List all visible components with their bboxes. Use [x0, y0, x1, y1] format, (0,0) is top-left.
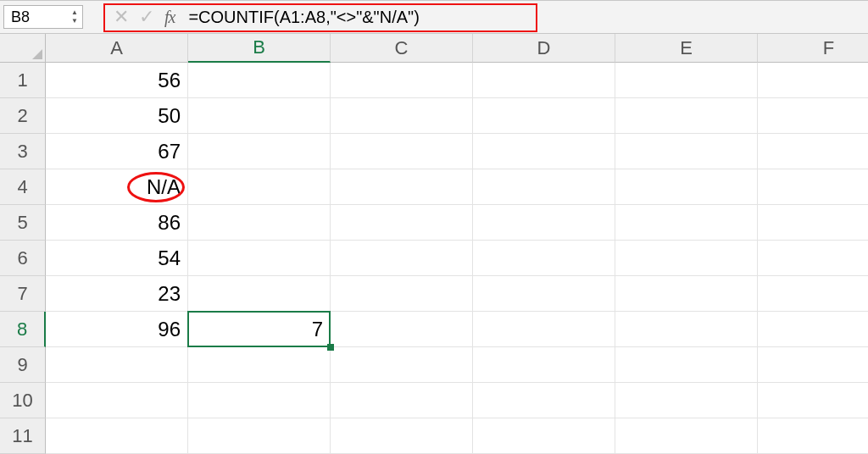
- cell-e6[interactable]: [615, 241, 758, 276]
- column-header-f[interactable]: F: [758, 34, 868, 63]
- cell-d10[interactable]: [473, 383, 615, 418]
- cell-b11[interactable]: [188, 418, 331, 454]
- cell-d11[interactable]: [473, 418, 615, 454]
- cell-e2[interactable]: [615, 98, 758, 134]
- cell-b3[interactable]: [188, 134, 331, 169]
- formula-bar-controls: ✕ ✓ fx: [114, 6, 175, 28]
- cell-d3[interactable]: [473, 134, 615, 169]
- column-header-b[interactable]: B: [188, 34, 331, 63]
- cell-f7[interactable]: [758, 276, 868, 312]
- check-icon[interactable]: ✓: [139, 6, 154, 28]
- cell-c2[interactable]: [331, 98, 473, 134]
- cell-e11[interactable]: [615, 418, 758, 454]
- cell-c6[interactable]: [331, 241, 473, 276]
- column-header-a[interactable]: A: [46, 34, 188, 63]
- cancel-icon[interactable]: ✕: [114, 6, 129, 28]
- cell-d8[interactable]: [473, 312, 615, 347]
- cell-e1[interactable]: [615, 63, 758, 98]
- cell-c10[interactable]: [331, 383, 473, 418]
- cell-f4[interactable]: [758, 169, 868, 205]
- cell-b5[interactable]: [188, 205, 331, 241]
- cell-c5[interactable]: [331, 205, 473, 241]
- cell-e5[interactable]: [615, 205, 758, 241]
- chevron-up-icon: ▲: [71, 9, 78, 16]
- cell-f3[interactable]: [758, 134, 868, 169]
- row-header-2[interactable]: 2: [0, 98, 46, 134]
- cell-a1[interactable]: 56: [46, 63, 188, 98]
- name-box-stepper[interactable]: ▲ ▼: [67, 6, 82, 28]
- cell-b2[interactable]: [188, 98, 331, 134]
- cell-f11[interactable]: [758, 418, 868, 454]
- cell-a7[interactable]: 23: [46, 276, 188, 312]
- cell-c9[interactable]: [331, 347, 473, 383]
- cell-e7[interactable]: [615, 276, 758, 312]
- formula-input[interactable]: [188, 8, 527, 27]
- fx-icon[interactable]: fx: [164, 8, 175, 27]
- row-header-4[interactable]: 4: [0, 169, 46, 205]
- cell-f9[interactable]: [758, 347, 868, 383]
- cell-a10[interactable]: [46, 383, 188, 418]
- cell-b6[interactable]: [188, 241, 331, 276]
- cell-f8[interactable]: [758, 312, 868, 347]
- table-row: 67: [46, 134, 868, 169]
- cell-a8[interactable]: 96: [46, 312, 188, 347]
- cell-b9[interactable]: [188, 347, 331, 383]
- row-header-8[interactable]: 8: [0, 312, 46, 347]
- row-header-3[interactable]: 3: [0, 134, 46, 169]
- cell-a4[interactable]: N/A: [46, 169, 188, 205]
- cell-f5[interactable]: [758, 205, 868, 241]
- cell-d9[interactable]: [473, 347, 615, 383]
- row-header-1[interactable]: 1: [0, 63, 46, 98]
- cell-d1[interactable]: [473, 63, 615, 98]
- cell-a5[interactable]: 86: [46, 205, 188, 241]
- cell-c4[interactable]: [331, 169, 473, 205]
- cell-a3[interactable]: 67: [46, 134, 188, 169]
- row-header-7[interactable]: 7: [0, 276, 46, 312]
- column-header-d[interactable]: D: [473, 34, 615, 63]
- select-all-corner[interactable]: [0, 34, 46, 63]
- cell-f6[interactable]: [758, 241, 868, 276]
- name-box[interactable]: B8 ▲ ▼: [3, 5, 83, 29]
- cell-a11[interactable]: [46, 418, 188, 454]
- cell-b10[interactable]: [188, 383, 331, 418]
- cell-c1[interactable]: [331, 63, 473, 98]
- cell-e3[interactable]: [615, 134, 758, 169]
- name-box-value: B8: [11, 8, 30, 26]
- column-header-e[interactable]: E: [615, 34, 758, 63]
- table-row: [46, 418, 868, 454]
- cell-c3[interactable]: [331, 134, 473, 169]
- cell-e10[interactable]: [615, 383, 758, 418]
- cell-e9[interactable]: [615, 347, 758, 383]
- cell-a6[interactable]: 54: [46, 241, 188, 276]
- cell-d5[interactable]: [473, 205, 615, 241]
- row-header-10[interactable]: 10: [0, 383, 46, 418]
- row-headers: 1234567891011: [0, 63, 46, 454]
- cell-d7[interactable]: [473, 276, 615, 312]
- column-headers: ABCDEF: [46, 34, 868, 63]
- cell-f1[interactable]: [758, 63, 868, 98]
- row-header-11[interactable]: 11: [0, 418, 46, 454]
- cell-c7[interactable]: [331, 276, 473, 312]
- cell-c8[interactable]: [331, 312, 473, 347]
- cell-f2[interactable]: [758, 98, 868, 134]
- row-header-6[interactable]: 6: [0, 241, 46, 276]
- cell-e8[interactable]: [615, 312, 758, 347]
- table-row: 23: [46, 276, 868, 312]
- row-header-5[interactable]: 5: [0, 205, 46, 241]
- cell-d2[interactable]: [473, 98, 615, 134]
- column-header-c[interactable]: C: [331, 34, 473, 63]
- cell-a9[interactable]: [46, 347, 188, 383]
- cell-d6[interactable]: [473, 241, 615, 276]
- cell-b8[interactable]: 7: [188, 312, 331, 347]
- cell-e4[interactable]: [615, 169, 758, 205]
- cells-area[interactable]: 565067N/A865423967: [46, 63, 868, 454]
- cell-c11[interactable]: [331, 418, 473, 454]
- cell-b4[interactable]: [188, 169, 331, 205]
- cell-f10[interactable]: [758, 383, 868, 418]
- cell-d4[interactable]: [473, 169, 615, 205]
- fill-handle[interactable]: [327, 344, 334, 351]
- row-header-9[interactable]: 9: [0, 347, 46, 383]
- cell-b1[interactable]: [188, 63, 331, 98]
- cell-b7[interactable]: [188, 276, 331, 312]
- cell-a2[interactable]: 50: [46, 98, 188, 134]
